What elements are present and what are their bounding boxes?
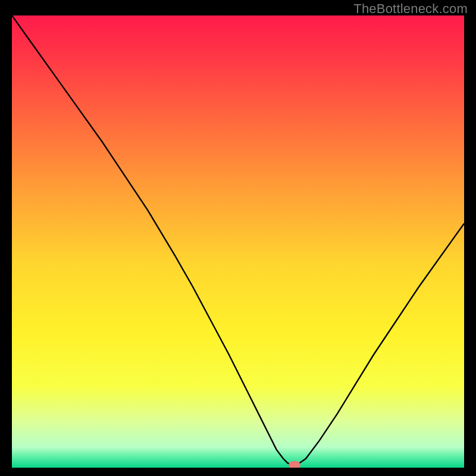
bottleneck-chart xyxy=(12,15,464,468)
chart-frame: TheBottleneck.com xyxy=(0,0,476,476)
gradient-background xyxy=(12,15,464,468)
watermark-label: TheBottleneck.com xyxy=(353,1,468,17)
plot-area xyxy=(12,15,464,468)
